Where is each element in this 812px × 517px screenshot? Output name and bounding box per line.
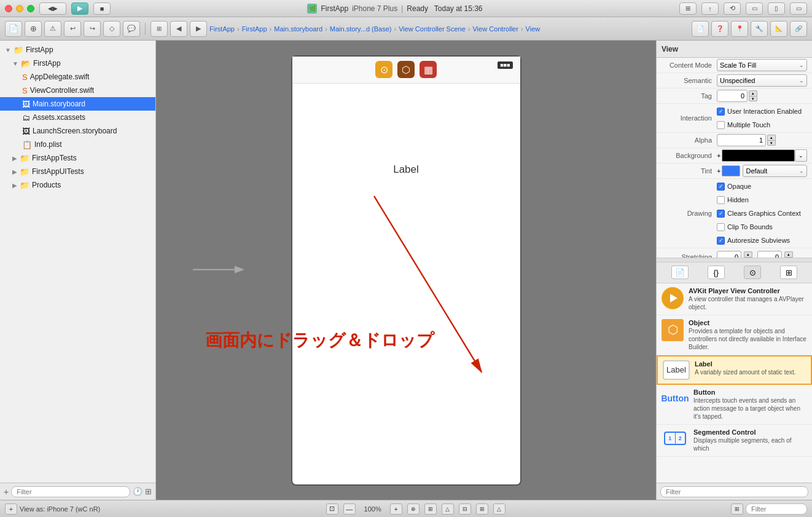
sidebar-item-firstapp[interactable]: ▼ 📂 FirstApp	[0, 57, 155, 70]
maximize-button[interactable]	[27, 5, 34, 12]
stretch-x-stepper[interactable]: ▴ ▾	[744, 251, 752, 258]
stepper-down-icon[interactable]: ▾	[749, 96, 757, 101]
pin-btn[interactable]: ⊞	[476, 503, 488, 515]
lib-tab-code[interactable]: {}	[708, 266, 725, 279]
tint-color-swatch[interactable]	[722, 165, 740, 176]
panel-btn-2[interactable]: ▯	[768, 2, 785, 15]
stop-button[interactable]: ■	[93, 2, 111, 15]
bottom-filter-input[interactable]	[746, 503, 807, 515]
user-interaction-checkbox[interactable]: ✓	[717, 108, 725, 116]
share-btn[interactable]: ↑	[701, 2, 719, 15]
lib-tab-objects[interactable]: ⊙	[744, 266, 761, 279]
sidebar-item-root[interactable]: ▼ 📁 FirstApp	[0, 43, 155, 57]
tag-stepper[interactable]: ▴ ▾	[749, 90, 757, 101]
opaque-checkbox[interactable]: ✓	[717, 183, 725, 191]
sidebar-item-products[interactable]: ▶ 📁 Products	[0, 178, 155, 192]
sidebar-item-launch[interactable]: 🖼 LaunchScreen.storyboard	[0, 124, 155, 138]
navigate-btn[interactable]: ⟲	[724, 2, 741, 15]
sidebar-item-plist[interactable]: 📋 Info.plist	[0, 138, 155, 151]
close-button[interactable]	[5, 5, 12, 12]
stepper-up-icon[interactable]: ▴	[744, 251, 752, 257]
background-select-btn[interactable]: ⌄	[795, 149, 807, 162]
library-item-avkit[interactable]: AVKit Player View Controller A view cont…	[657, 283, 812, 315]
multiple-touch-checkbox[interactable]	[717, 121, 725, 129]
library-filter-input[interactable]	[660, 486, 808, 497]
sidebar-filter-input[interactable]	[11, 486, 130, 497]
redo-btn[interactable]: ↪	[84, 21, 101, 37]
semantic-select[interactable]: Unspecified ⌄	[717, 74, 807, 87]
sidebar-item-assets[interactable]: 🗂 Assets.xcassets	[0, 111, 155, 124]
zoom-out-btn[interactable]: —	[343, 503, 356, 515]
library-item-segmented[interactable]: 1 2 Segmented Control Displays multiple …	[657, 425, 812, 457]
background-color-swatch[interactable]	[722, 149, 795, 162]
device-selector[interactable]: ⊞	[150, 21, 168, 37]
inspector-icon-2[interactable]: ❓	[711, 21, 728, 37]
panel-btn-1[interactable]: ▭	[746, 2, 763, 15]
prev-btn[interactable]: ◀	[170, 21, 187, 37]
breakpoint-btn[interactable]: ◇	[103, 21, 120, 37]
stepper-down-icon[interactable]: ▾	[767, 140, 776, 146]
warning-btn[interactable]: ⚠	[44, 21, 61, 37]
layout-btn-1[interactable]: ⊞	[679, 2, 697, 15]
inspector-icon-4[interactable]: 🔧	[751, 21, 768, 37]
alpha-input[interactable]	[717, 134, 766, 146]
tag-input[interactable]: 0	[717, 90, 748, 102]
library-item-object[interactable]: ⬡ Object Provides a template for objects…	[657, 315, 812, 355]
stepper-up-icon[interactable]: ▴	[767, 135, 776, 140]
lib-tab-file[interactable]: 📄	[671, 266, 689, 279]
inspector-icon-6[interactable]: 🔗	[790, 21, 807, 37]
recent-icon[interactable]: 🕐	[133, 487, 142, 496]
clears-graphics-checkbox[interactable]: ✓	[717, 210, 725, 218]
new-file-btn[interactable]: 📄	[5, 21, 22, 37]
library-item-label[interactable]: Label Label A variably sized amount of s…	[657, 355, 812, 385]
stepper-up-icon[interactable]: ▴	[784, 251, 793, 257]
sidebar-item-uitests[interactable]: ▶ 📁 FirstAppUITests	[0, 165, 155, 178]
add-icon[interactable]: ⊞	[145, 487, 152, 496]
sidebar-item-appdelegate[interactable]: S AppDelegate.swift	[0, 70, 155, 84]
lib-tab-media[interactable]: ⊞	[780, 266, 797, 279]
breadcrumb-3[interactable]: Main.storyboard	[274, 25, 322, 33]
align-btn[interactable]: ⊟	[459, 503, 471, 515]
zoom-fit-btn[interactable]: ⊡	[326, 503, 338, 515]
autoresize-checkbox[interactable]: ✓	[717, 237, 725, 245]
clip-bounds-checkbox[interactable]	[717, 223, 725, 231]
hidden-checkbox[interactable]	[717, 196, 725, 204]
sidebar-item-viewcontroller[interactable]: S ViewController.swift	[0, 84, 155, 97]
tint-select[interactable]: Default ⌄	[743, 165, 807, 177]
breadcrumb-7[interactable]: View	[526, 25, 541, 33]
bottom-add-btn[interactable]: +	[5, 503, 17, 515]
add-btn[interactable]: ⊕	[25, 21, 42, 37]
plus-icon[interactable]: +	[717, 167, 720, 175]
sidebar-item-mainstoryboard[interactable]: 🖼 Main.storyboard	[0, 97, 155, 111]
breadcrumb-6[interactable]: View Controller	[472, 25, 518, 33]
alpha-stepper[interactable]: ▴ ▾	[767, 135, 776, 146]
constraints-btn[interactable]: ⊞	[424, 503, 437, 515]
library-item-button[interactable]: Button Button Intercepts touch events an…	[657, 385, 812, 425]
scene-fit-btn[interactable]: ⊕	[407, 503, 420, 515]
next-btn[interactable]: ▶	[190, 21, 207, 37]
grid-view-btn[interactable]: ⊞	[731, 503, 743, 515]
inspector-icon-5[interactable]: 📐	[770, 21, 787, 37]
breadcrumb-2[interactable]: FirstApp	[242, 25, 267, 33]
back-forward-toolbar[interactable]: ◀▶	[39, 2, 66, 15]
stretch-y-input[interactable]	[757, 251, 782, 258]
inspector-icon-3[interactable]: 📍	[731, 21, 748, 37]
inspector-icon-1[interactable]: 📄	[692, 21, 709, 37]
zoom-in-btn[interactable]: +	[390, 503, 402, 515]
minimize-button[interactable]	[16, 5, 23, 12]
run-button[interactable]: ▶	[71, 2, 88, 15]
comment-btn[interactable]: 💬	[123, 21, 140, 37]
resolve-btn[interactable]: △	[493, 503, 506, 515]
panel-btn-3[interactable]: ▭	[790, 2, 807, 15]
plus-icon[interactable]: +	[717, 152, 720, 159]
stretch-x-input[interactable]	[717, 251, 741, 258]
content-mode-select[interactable]: Scale To Fill ⌄	[717, 59, 807, 71]
stepper-up-icon[interactable]: ▴	[749, 90, 757, 96]
sidebar-item-tests[interactable]: ▶ 📁 FirstAppTests	[0, 151, 155, 165]
breadcrumb-4[interactable]: Main.story...d (Base)	[330, 25, 392, 33]
plus-icon[interactable]: +	[4, 487, 9, 497]
undo-btn[interactable]: ↩	[64, 21, 81, 37]
breadcrumb-5[interactable]: View Controller Scene	[399, 25, 466, 33]
stretch-y-stepper[interactable]: ▴ ▾	[784, 251, 793, 258]
layout-btn[interactable]: △	[442, 503, 454, 515]
